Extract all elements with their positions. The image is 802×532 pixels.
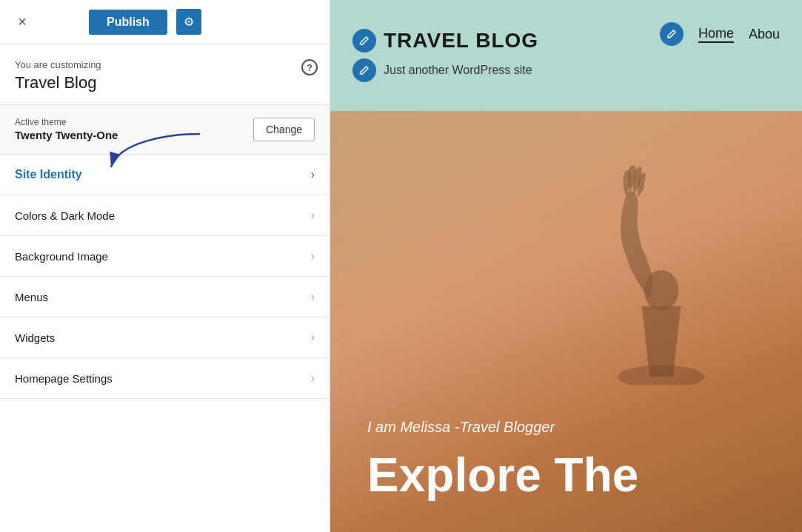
preview-header-left: TRAVEL BLOG Just another WordPress site: [352, 29, 538, 82]
chevron-right-icon: ›: [311, 371, 315, 385]
chevron-right-icon: ›: [311, 249, 315, 263]
hero-subtitle: I am Melissa -Travel Blogger: [367, 419, 765, 436]
publish-button[interactable]: Publish: [89, 10, 167, 35]
nav-item-label: Colors & Dark Mode: [15, 209, 115, 222]
nav-item-background-image[interactable]: Background Image ›: [0, 236, 330, 277]
customizing-section: You are customizing Travel Blog ?: [0, 44, 330, 105]
hero-title: Explore The: [367, 448, 765, 502]
top-bar: × Publish ⚙: [0, 0, 330, 44]
help-icon[interactable]: ?: [301, 59, 318, 75]
change-theme-button[interactable]: Change: [253, 118, 315, 141]
site-tagline: Just another WordPress site: [384, 64, 532, 77]
theme-section: Active theme Twenty Twenty-One Change: [0, 105, 330, 155]
nav-item-widgets[interactable]: Widgets ›: [0, 317, 330, 358]
theme-label: Active theme: [15, 117, 118, 127]
hero-silhouette: [580, 133, 743, 385]
preview-nav: Home Abou: [660, 22, 780, 46]
theme-name: Twenty Twenty-One: [15, 129, 118, 141]
chevron-right-icon: ›: [311, 331, 315, 344]
preview-panel: TRAVEL BLOG Just another WordPress site …: [330, 0, 802, 532]
nav-item-label: Menus: [15, 291, 48, 303]
nav-home-link[interactable]: Home: [698, 26, 734, 43]
edit-tagline-icon[interactable]: [352, 58, 376, 82]
close-button[interactable]: ×: [9, 9, 36, 36]
gear-button[interactable]: ⚙: [176, 9, 201, 35]
preview-header: TRAVEL BLOG Just another WordPress site …: [330, 0, 802, 111]
nav-item-label: Site Identity: [15, 168, 82, 181]
nav-item-colors-dark-mode[interactable]: Colors & Dark Mode ›: [0, 195, 330, 236]
nav-list: Site Identity › Colors & Dark Mode › Bac…: [0, 155, 330, 399]
theme-info: Active theme Twenty Twenty-One: [15, 117, 118, 142]
preview-hero: I am Melissa -Travel Blogger Explore The: [330, 111, 802, 532]
customizing-title: Travel Blog: [15, 73, 315, 92]
nav-about-partial: Abou: [749, 27, 780, 42]
edit-site-title-icon[interactable]: [352, 29, 376, 53]
nav-item-homepage-settings[interactable]: Homepage Settings ›: [0, 358, 330, 399]
nav-item-site-identity[interactable]: Site Identity ›: [0, 155, 330, 195]
chevron-right-icon: ›: [311, 168, 315, 181]
customizer-panel: × Publish ⚙ You are customizing Travel B…: [0, 0, 330, 532]
edit-nav-icon[interactable]: [660, 22, 684, 46]
chevron-right-icon: ›: [311, 209, 315, 222]
nav-item-label: Background Image: [15, 250, 108, 263]
gear-icon: ⚙: [184, 15, 194, 29]
nav-item-label: Homepage Settings: [15, 372, 113, 385]
nav-item-label: Widgets: [15, 331, 55, 344]
site-title-row: TRAVEL BLOG: [352, 29, 538, 53]
nav-item-menus[interactable]: Menus ›: [0, 277, 330, 317]
chevron-right-icon: ›: [311, 290, 315, 303]
site-tagline-row: Just another WordPress site: [352, 58, 538, 82]
customizing-label: You are customizing: [15, 59, 315, 70]
site-title: TRAVEL BLOG: [384, 29, 538, 53]
